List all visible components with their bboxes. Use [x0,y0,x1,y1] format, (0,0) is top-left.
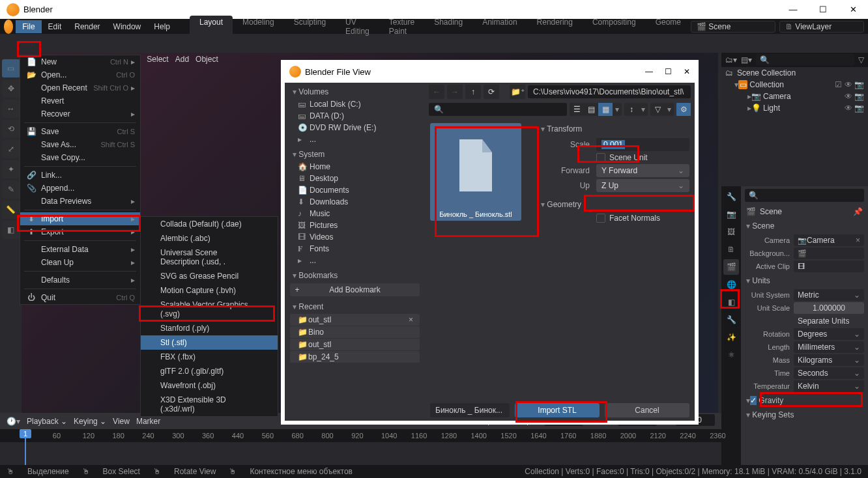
camera-select[interactable]: 📷 Camera× [794,234,864,246]
close-button[interactable]: ✕ [838,0,868,19]
separate-check[interactable]: Separate Units [794,315,864,327]
file-append[interactable]: 📎Append... [20,182,140,195]
dialog-close[interactable]: ✕ [684,67,690,76]
file-new[interactable]: 📄NewCtrl N▸ [20,55,140,68]
file-import[interactable]: ⬇Import▸ [20,212,140,225]
tab-rendering[interactable]: Rendering [527,16,583,38]
nav-refresh[interactable]: ⟳ [484,85,499,99]
menu-edit[interactable]: Edit [42,20,68,33]
menu-help[interactable]: Help [147,20,177,33]
sys-desktop[interactable]: 🖥Desktop [287,173,422,184]
ptab-particle[interactable]: ✨ [723,330,739,345]
file-export[interactable]: ⬆Export▸ [20,225,140,238]
timeline-ruler[interactable]: 0601201802403003604405606808009201040116… [0,429,721,442]
tool-move[interactable]: ↔ [2,100,20,118]
keying-section[interactable]: Keying Sets [745,408,864,422]
file-quit[interactable]: ⏻QuitCtrl Q [20,291,140,304]
menu-window[interactable]: Window [107,20,148,33]
file-defaults[interactable]: Defaults▸ [20,274,140,287]
maximize-button[interactable]: ☐ [808,0,838,19]
file-clean-up[interactable]: Clean Up▸ [20,256,140,269]
bookmarks-header[interactable]: Bookmarks [287,269,422,282]
volume-c[interactable]: 🖴Local Disk (C:) [287,98,422,110]
scale-input[interactable]: 0.001 [596,138,689,151]
import-svg-gp[interactable]: SVG as Grease Pencil [141,269,278,283]
clip-select[interactable]: 🎞 [794,260,864,272]
sys-more[interactable]: ▸... [287,255,422,266]
tool-scale[interactable]: ⤢ [2,140,20,158]
ptab-output[interactable]: 🖼 [723,224,739,240]
tab-modeling[interactable]: Modeling [233,16,284,38]
import-stl[interactable]: Stl (.stl) [141,335,278,350]
import-fbx[interactable]: FBX (.fbx) [141,350,278,364]
nav-back[interactable]: ← [429,85,444,99]
outliner-type-icon[interactable]: 🗂▾ [725,55,737,64]
settings-btn[interactable]: ⚙ [676,103,691,116]
view-thumb[interactable]: ▦ [598,103,613,116]
rotation-select[interactable]: Degrees⌄ [794,328,864,340]
volume-e[interactable]: 💿DVD RW Drive (E:) [287,122,422,134]
geometry-header[interactable]: Geometry [541,197,689,212]
file-save-copy[interactable]: Save Copy... [20,151,140,164]
path-input[interactable]: C:\Users\vivo4917\Documents\Bino\out_stl… [528,85,691,98]
unitscale-input[interactable]: 1.000000 [794,302,864,314]
tab-uvediting[interactable]: UV Editing [336,16,379,38]
tl-marker[interactable]: Marker [136,417,160,426]
filename-input[interactable]: Бинокль _ Бинок... [430,403,510,417]
tl-view[interactable]: View [113,417,130,426]
import-obj[interactable]: Wavefront (.obj) [141,378,278,393]
tool-annotate[interactable]: ✎ [2,180,20,199]
nav-up[interactable]: ↑ [465,85,481,99]
recent-0[interactable]: 📁out_stl× [290,314,420,326]
dialog-minimize[interactable]: — [645,67,653,76]
up-select[interactable]: Z Up⌄ [596,179,689,192]
tab-animation[interactable]: Animation [472,16,527,38]
scene-crumb[interactable]: Scene [760,207,782,216]
import-ply[interactable]: Stanford (.ply) [141,321,278,335]
gravity-section[interactable]: ✓ Gravity [745,393,864,408]
vh-add[interactable]: Add [175,55,189,64]
file-open-recent[interactable]: Open RecentShift Ctrl O▸ [20,81,140,94]
length-select[interactable]: Millimeters⌄ [794,341,864,353]
file-save-as[interactable]: Save As...Shift Ctrl S [20,138,140,151]
tool-transform[interactable]: ✦ [2,160,20,178]
ptab-viewlayer[interactable]: 🗎 [723,242,739,257]
forward-select[interactable]: Y Forward⌄ [596,164,689,177]
minimize-button[interactable]: — [778,0,808,19]
sys-videos[interactable]: 🎞Videos [287,231,422,243]
ptab-world[interactable]: 🌐 [723,277,739,292]
tool-addcube[interactable]: ◧ [2,221,20,239]
props-search[interactable]: 🔍 [745,189,864,202]
recent-3[interactable]: 📁bp_24_5 [290,351,420,363]
file-external-data[interactable]: External Data▸ [20,243,140,256]
units-section[interactable]: Units [745,274,864,288]
cancel-button[interactable]: Cancel [605,403,689,417]
file-save[interactable]: 💾SaveCtrl S [20,125,140,138]
import-usd[interactable]: Universal Scene Description (.usd, . [141,246,278,269]
file-thumbnail[interactable]: Бинокль _ Бинокль.stl [430,123,521,221]
recent-header[interactable]: Recent [287,300,422,313]
view-drop[interactable]: ▾ [613,103,622,116]
tab-layout[interactable]: Layout [190,16,233,38]
ptab-modifier[interactable]: 🔧 [723,312,739,328]
tab-texturepaint[interactable]: Texture Paint [379,16,424,38]
recent-1[interactable]: 📁Bino [290,326,420,338]
dialog-maximize[interactable]: ☐ [665,67,672,76]
sort-drop[interactable]: ▾ [639,103,648,116]
outliner-scene-collection[interactable]: 🗂Scene Collection [721,67,868,79]
volume-d[interactable]: 🖴DATA (D:) [287,110,422,122]
volume-more[interactable]: ▸... [287,134,422,145]
tl-keying[interactable]: Keying ⌄ [74,417,106,426]
outliner-search[interactable]: 🔍 [756,54,854,66]
import-gltf[interactable]: glTF 2.0 (.glb/.gltf) [141,364,278,378]
view-list-v[interactable]: ☰ [570,103,584,116]
outliner-mode-icon[interactable]: ▤▾ [741,55,752,64]
view-list-h[interactable]: ▤ [584,103,598,116]
timeline-type-icon[interactable]: 🕐▾ [7,417,20,426]
import-bvh[interactable]: Motion Capture (.bvh) [141,283,278,298]
sys-home[interactable]: 🏠Home [287,161,422,173]
tab-shading[interactable]: Shading [424,16,472,38]
nav-forward[interactable]: → [447,85,463,99]
outliner-light[interactable]: ▸💡Light👁📷 [721,102,868,114]
bg-select[interactable]: 🎬 [794,247,864,259]
